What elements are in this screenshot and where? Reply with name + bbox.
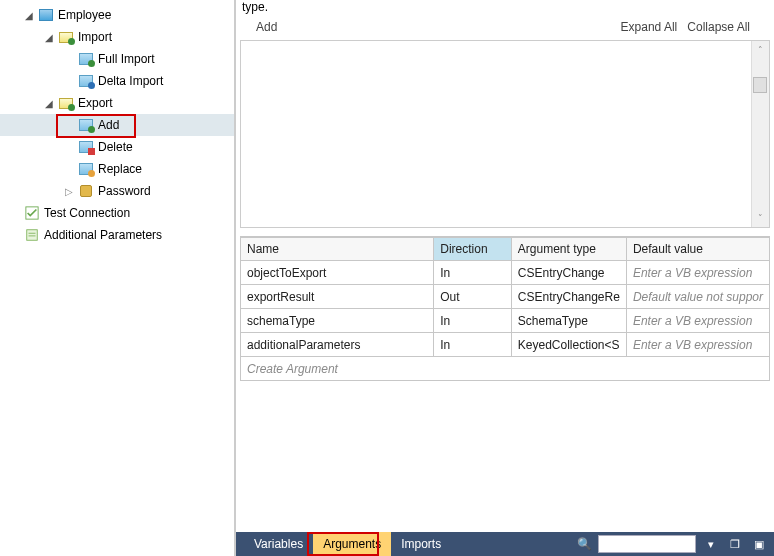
tree-label: Test Connection [44, 206, 130, 220]
scroll-down-icon[interactable]: ˅ [752, 209, 769, 227]
tree-pane: ◢ Employee ◢ Import Full Import Delta Im… [0, 0, 236, 556]
cell-default[interactable]: Enter a VB expression [626, 309, 769, 333]
cell-direction[interactable]: In [434, 261, 512, 285]
export-folder-icon [58, 95, 74, 111]
expander-icon[interactable]: ◢ [42, 30, 56, 44]
cell-direction[interactable]: Out [434, 285, 512, 309]
tab-label: Variables [254, 537, 303, 551]
import-folder-icon [58, 29, 74, 45]
tree-label: Add [98, 118, 119, 132]
tree-node-additional-params[interactable]: Additional Parameters [0, 224, 234, 246]
cell-name[interactable]: additionalParameters [241, 333, 434, 357]
tree-node-test-connection[interactable]: Test Connection [0, 202, 234, 224]
add-link[interactable]: Add [256, 20, 277, 34]
expand-all-link[interactable]: Expand All [621, 20, 678, 34]
cell-default[interactable]: Enter a VB expression [626, 333, 769, 357]
cell-argtype[interactable]: KeyedCollection<S [511, 333, 626, 357]
truncated-text: type. [236, 0, 774, 20]
argument-row[interactable]: schemaType In SchemaType Enter a VB expr… [241, 309, 770, 333]
designer-canvas[interactable]: ˄ ˅ [240, 40, 770, 228]
search-input[interactable] [598, 535, 696, 553]
col-direction[interactable]: Direction [434, 238, 512, 261]
tree-node-add[interactable]: Add [0, 114, 234, 136]
col-name[interactable]: Name [241, 238, 434, 261]
tree-label: Additional Parameters [44, 228, 162, 242]
tree-node-password[interactable]: ▷ Password [0, 180, 234, 202]
cell-name[interactable]: objectToExport [241, 261, 434, 285]
tree-label: Import [78, 30, 112, 44]
cell-argtype[interactable]: SchemaType [511, 309, 626, 333]
delete-icon [78, 139, 94, 155]
tree-node-export[interactable]: ◢ Export [0, 92, 234, 114]
tree-label: Export [78, 96, 113, 110]
expander-icon[interactable]: ◢ [22, 8, 36, 22]
argument-row[interactable]: additionalParameters In KeyedCollection<… [241, 333, 770, 357]
tab-label: Imports [401, 537, 441, 551]
right-pane: type. Add Expand All Collapse All ˄ ˅ Na… [236, 0, 774, 556]
tree-node-replace[interactable]: Replace [0, 158, 234, 180]
create-argument-row[interactable]: Create Argument [241, 357, 770, 381]
cell-direction[interactable]: In [434, 333, 512, 357]
check-icon [24, 205, 40, 221]
tree-node-import[interactable]: ◢ Import [0, 26, 234, 48]
collapse-all-link[interactable]: Collapse All [687, 20, 750, 34]
scroll-thumb[interactable] [753, 77, 767, 93]
params-icon [24, 227, 40, 243]
tree-node-delta-import[interactable]: Delta Import [0, 70, 234, 92]
create-argument-label[interactable]: Create Argument [241, 357, 770, 381]
expander-icon[interactable]: ▷ [62, 184, 76, 198]
argument-row[interactable]: exportResult Out CSEntryChangeRe Default… [241, 285, 770, 309]
grid-header-row: Name Direction Argument type Default val… [241, 238, 770, 261]
cell-default[interactable]: Enter a VB expression [626, 261, 769, 285]
cube-icon [38, 7, 54, 23]
tree-node-delete[interactable]: Delete [0, 136, 234, 158]
tab-label: Arguments [323, 537, 381, 551]
tree-node-employee[interactable]: ◢ Employee [0, 4, 234, 26]
tree-label: Delete [98, 140, 133, 154]
tree-node-full-import[interactable]: Full Import [0, 48, 234, 70]
tree-label: Replace [98, 162, 142, 176]
tab-variables[interactable]: Variables [244, 532, 313, 556]
tab-arguments[interactable]: Arguments [313, 532, 391, 556]
search-icon[interactable]: 🔍 [577, 537, 592, 551]
argument-row[interactable]: objectToExport In CSEntryChange Enter a … [241, 261, 770, 285]
lock-icon [78, 183, 94, 199]
vertical-scrollbar[interactable]: ˄ ˅ [751, 41, 769, 227]
replace-icon [78, 161, 94, 177]
designer-toolbar: Add Expand All Collapse All [236, 20, 774, 40]
import-icon [78, 51, 94, 67]
dropdown-icon[interactable]: ▾ [702, 535, 720, 553]
cell-argtype[interactable]: CSEntryChange [511, 261, 626, 285]
restore-icon[interactable]: ❐ [726, 535, 744, 553]
tree-label: Employee [58, 8, 111, 22]
delta-import-icon [78, 73, 94, 89]
expander-icon[interactable]: ◢ [42, 96, 56, 110]
col-argtype[interactable]: Argument type [511, 238, 626, 261]
bottom-bar: Variables Arguments Imports 🔍 ▾ ❐ ▣ [236, 532, 774, 556]
tree-label: Full Import [98, 52, 155, 66]
grid-empty-space [240, 381, 770, 477]
add-icon [78, 117, 94, 133]
maximize-icon[interactable]: ▣ [750, 535, 768, 553]
cell-default[interactable]: Default value not suppor [626, 285, 769, 309]
cell-argtype[interactable]: CSEntryChangeRe [511, 285, 626, 309]
scroll-up-icon[interactable]: ˄ [752, 41, 769, 59]
col-default[interactable]: Default value [626, 238, 769, 261]
cell-name[interactable]: schemaType [241, 309, 434, 333]
tab-imports[interactable]: Imports [391, 532, 451, 556]
svg-rect-1 [27, 230, 38, 241]
cell-direction[interactable]: In [434, 309, 512, 333]
tree-label: Password [98, 184, 151, 198]
arguments-grid: Name Direction Argument type Default val… [240, 236, 770, 477]
cell-name[interactable]: exportResult [241, 285, 434, 309]
tree-label: Delta Import [98, 74, 163, 88]
